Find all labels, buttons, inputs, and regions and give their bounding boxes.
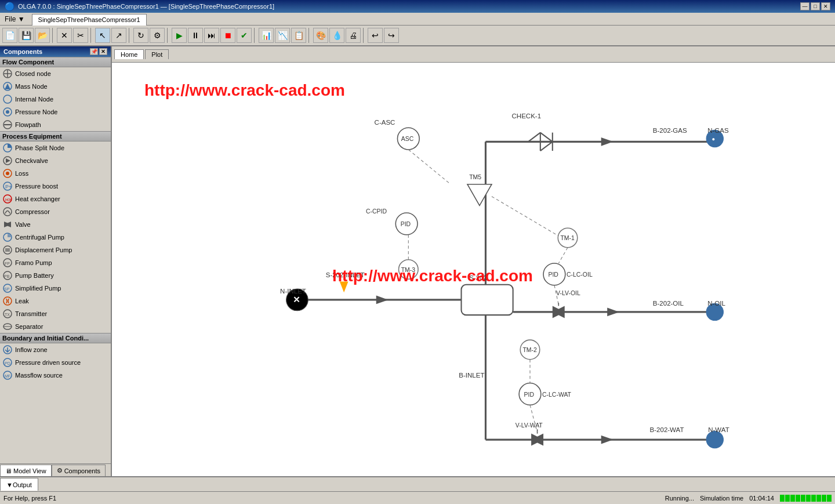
- droplet-button[interactable]: 💧: [329, 28, 344, 43]
- check-button[interactable]: ✔: [237, 28, 252, 43]
- s202-label: S-202: [469, 274, 487, 281]
- comp-loss[interactable]: Loss: [0, 167, 111, 180]
- delete-button[interactable]: ✕: [57, 28, 72, 43]
- comp-heat-exchanger-label: Heat exchanger: [15, 195, 60, 202]
- svg-point-7: [6, 110, 9, 114]
- pid-wat-text: PID: [524, 391, 535, 398]
- comp-heat-exchanger[interactable]: HX Heat exchanger: [0, 193, 111, 205]
- output-label: Output: [13, 481, 32, 488]
- tab-model-view[interactable]: 🖥 Model View: [0, 465, 52, 476]
- svg-text:TX: TX: [5, 313, 10, 317]
- close-button[interactable]: ✕: [821, 2, 830, 10]
- file-menu[interactable]: File ▼: [0, 14, 30, 24]
- step-button[interactable]: ⏭: [204, 28, 219, 43]
- output-icon: ▼: [6, 481, 13, 488]
- comp-internal-node-label: Internal Node: [15, 96, 53, 103]
- displacement-pump-icon: [2, 245, 13, 255]
- comp-flowpath[interactable]: Flowpath: [0, 118, 111, 131]
- properties-button[interactable]: ⚙: [150, 28, 165, 43]
- comp-pressure-driven[interactable]: PD Pressure driven source: [0, 356, 111, 369]
- canvas-tab-plot[interactable]: Plot: [145, 49, 169, 59]
- comp-internal-node[interactable]: Internal Node: [0, 93, 111, 106]
- comp-centrifugal-pump[interactable]: Centrifugal Pump: [0, 231, 111, 244]
- comp-framo-pump-label: Framo Pump: [15, 259, 52, 266]
- tab-components[interactable]: ⚙ Components: [52, 465, 106, 476]
- clc-wat-label: C-LC-WAT: [542, 391, 572, 398]
- canvas-tab-home[interactable]: Home: [114, 49, 144, 59]
- centrifugal-pump-icon: [2, 232, 13, 242]
- comp-simplified-pump[interactable]: SP Simplified Pump: [0, 282, 111, 295]
- toolbar-separator-2: [90, 28, 93, 43]
- toolbar-separator-7: [363, 28, 365, 43]
- maximize-button[interactable]: □: [811, 2, 820, 10]
- main-tab[interactable]: SingleSepThreePhaseCompressor1: [32, 14, 147, 26]
- comp-phase-split[interactable]: Phase Split Node: [0, 142, 111, 154]
- comp-transmitter-label: Transmitter: [15, 310, 47, 317]
- statusbar-help: For Help, press F1: [3, 495, 665, 502]
- redo-button[interactable]: ↪: [384, 28, 399, 43]
- panel-close-button[interactable]: ✕: [99, 48, 107, 55]
- comp-simplified-pump-label: Simplified Pump: [15, 285, 61, 292]
- comp-phase-split-label: Phase Split Node: [15, 144, 64, 151]
- comp-framo-pump[interactable]: FP Framo Pump: [0, 256, 111, 269]
- svg-text:PD: PD: [5, 361, 10, 365]
- pointer-button[interactable]: ↗: [111, 28, 126, 43]
- comp-displacement-pump[interactable]: Displacement Pump: [0, 244, 111, 256]
- n-inlet-x: ✕: [293, 295, 300, 304]
- diagram-svg: S-202-INLET ✕ N-INLET ● N-GAS B-202-GAS …: [112, 63, 835, 476]
- comp-compressor[interactable]: Compressor: [0, 205, 111, 218]
- canvas-area[interactable]: Home Plot DLGF http://www.crack-cad.com …: [112, 46, 835, 476]
- comp-leak-label: Leak: [15, 298, 29, 304]
- comp-pressure-node-label: Pressure Node: [15, 108, 57, 115]
- pause-button[interactable]: ⏸: [188, 28, 203, 43]
- chart-button[interactable]: 📊: [259, 28, 274, 43]
- comp-pump-battery[interactable]: PB Pump Battery: [0, 269, 111, 282]
- cut-button[interactable]: ✂: [73, 28, 88, 43]
- pin-button[interactable]: 📌: [90, 48, 98, 55]
- toolbar-separator-1: [52, 28, 55, 43]
- toolbar-separator-5: [254, 28, 256, 43]
- save-button[interactable]: 💾: [19, 28, 34, 43]
- comp-pressure-driven-label: Pressure driven source: [15, 359, 81, 366]
- casc-label: C-ASC: [375, 119, 395, 126]
- titlebar-controls: — □ ✕: [800, 2, 830, 10]
- undo-button[interactable]: ↩: [368, 28, 383, 43]
- comp-checkvalve[interactable]: Checkvalve: [0, 154, 111, 167]
- comp-inflow-zone[interactable]: Inflow zone: [0, 343, 111, 356]
- new-button[interactable]: 📄: [2, 28, 17, 43]
- rotate-button[interactable]: ↻: [133, 28, 148, 43]
- comp-pressure-boost-label: Pressure boost: [15, 183, 58, 190]
- print-button[interactable]: 🖨: [346, 28, 361, 43]
- chart2-button[interactable]: 📉: [275, 28, 290, 43]
- comp-separator[interactable]: Separator: [0, 320, 111, 333]
- comp-transmitter[interactable]: TX Transmitter: [0, 307, 111, 320]
- comp-mass-node[interactable]: Mass Node: [0, 80, 111, 93]
- bottom-tabs: 🖥 Model View ⚙ Components: [0, 463, 111, 476]
- select-button[interactable]: ↖: [95, 28, 110, 43]
- titlebar-left: 🔵 OLGA 7.0.0 : SingleSepThreePhaseCompre…: [5, 2, 274, 11]
- comp-leak[interactable]: Leak: [0, 295, 111, 307]
- sim-time-value: 01:04:14: [749, 495, 774, 502]
- minimize-button[interactable]: —: [800, 2, 809, 10]
- color-button[interactable]: 🎨: [313, 28, 328, 43]
- output-tab[interactable]: ▼ Output: [0, 478, 38, 491]
- report-button[interactable]: 📋: [291, 28, 306, 43]
- play-button[interactable]: ▶: [172, 28, 187, 43]
- checkvalve-icon: [2, 155, 13, 166]
- stop-button[interactable]: ⏹: [220, 28, 235, 43]
- status-text: Running...: [665, 495, 694, 502]
- comp-closed-node[interactable]: Closed node: [0, 67, 111, 80]
- comp-pressure-node[interactable]: Pressure Node: [0, 106, 111, 118]
- open-button[interactable]: 📂: [35, 28, 50, 43]
- loss-icon: [2, 168, 13, 179]
- comp-massflow-source[interactable]: MF Massflow source: [0, 369, 111, 382]
- comp-valve[interactable]: Valve: [0, 218, 111, 231]
- dashed-tm1-pid: [558, 248, 568, 263]
- comp-pressure-boost[interactable]: P+ Pressure boost: [0, 180, 111, 193]
- svg-text:FP: FP: [5, 262, 10, 266]
- tg5-label: TM5: [469, 174, 481, 180]
- comp-pump-battery-label: Pump Battery: [15, 272, 54, 279]
- b202-gas-label: B-202-GAS: [653, 127, 687, 134]
- model-view-icon: 🖥: [5, 467, 12, 474]
- components-tab-label: Components: [64, 467, 100, 474]
